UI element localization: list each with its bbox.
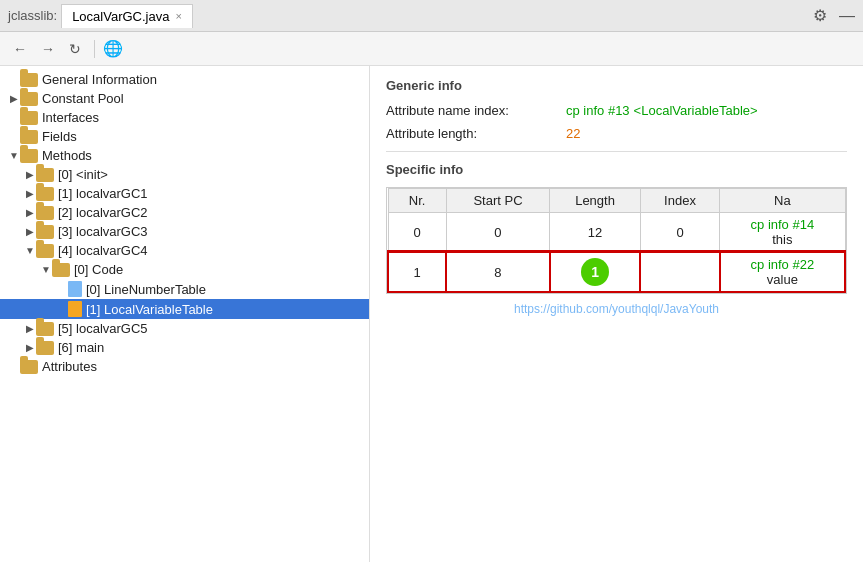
arrow-main: ▶ <box>24 342 36 353</box>
tree-item-general-information[interactable]: General Information <box>0 70 369 89</box>
tree-label-attributes: Attributes <box>42 359 97 374</box>
tree-item-localvarGC2[interactable]: ▶ [2] localvarGC2 <box>0 203 369 222</box>
col-start-pc: Start PC <box>446 189 550 213</box>
attr-name-row: Attribute name index: cp info #13 <Local… <box>386 103 847 118</box>
tree-label-interfaces: Interfaces <box>42 110 99 125</box>
tree-item-init[interactable]: ▶ [0] <init> <box>0 165 369 184</box>
folder-icon-main <box>36 341 54 355</box>
tree-label-localvarGC2: [2] localvarGC2 <box>58 205 148 220</box>
folder-icon-init <box>36 168 54 182</box>
file-icon-linenumbertable <box>68 281 82 297</box>
attr-length-row: Attribute length: 22 <box>386 126 847 141</box>
attr-length-value: 22 <box>566 126 580 141</box>
row0-link[interactable]: cp info #14 this <box>720 213 845 253</box>
tree-item-linenumbertable[interactable]: [0] LineNumberTable <box>0 279 369 299</box>
tree-item-localvarGC1[interactable]: ▶ [1] localvarGC1 <box>0 184 369 203</box>
github-url: https://github.com/youthqlql/JavaYouth <box>386 302 847 316</box>
row1-link[interactable]: cp info #22 value <box>720 252 845 292</box>
tree-label-init: [0] <init> <box>58 167 108 182</box>
table-row-1: 1 8 1 cp info #22 value <box>388 252 845 292</box>
row1-nr: 1 <box>388 252 446 292</box>
arrow-localvarGC3: ▶ <box>24 226 36 237</box>
row1-cp-link[interactable]: cp info #22 <box>751 257 815 272</box>
tree-label-methods: Methods <box>42 148 92 163</box>
arrow-localvarGC1: ▶ <box>24 188 36 199</box>
tree-item-main[interactable]: ▶ [6] main <box>0 338 369 357</box>
attr-length-label: Attribute length: <box>386 126 566 141</box>
forward-button[interactable]: → <box>36 39 60 59</box>
folder-icon-localvarGC4 <box>36 244 54 258</box>
col-nr: Nr. <box>388 189 446 213</box>
arrow-localvarGC2: ▶ <box>24 207 36 218</box>
tree-label-localvarGC1: [1] localvarGC1 <box>58 186 148 201</box>
tree-label-constant-pool: Constant Pool <box>42 91 124 106</box>
title-bar-actions: ⚙ — <box>813 6 855 25</box>
data-table-wrapper: Nr. Start PC Length Index Na 0 0 12 0 <box>386 187 847 294</box>
generic-info-title: Generic info <box>386 78 847 93</box>
app-name: jclasslib: <box>8 8 57 23</box>
tree-item-methods[interactable]: ▼ Methods <box>0 146 369 165</box>
tree-item-code[interactable]: ▼ [0] Code <box>0 260 369 279</box>
title-bar: jclasslib: LocalVarGC.java × ⚙ — <box>0 0 863 32</box>
tree-label-localvariabletable: [1] LocalVariableTable <box>86 302 213 317</box>
folder-icon-attributes <box>20 360 38 374</box>
row0-length: 12 <box>550 213 641 253</box>
arrow-init: ▶ <box>24 169 36 180</box>
tree-item-constant-pool[interactable]: ▶ Constant Pool <box>0 89 369 108</box>
gear-icon[interactable]: ⚙ <box>813 6 827 25</box>
table-row-0: 0 0 12 0 cp info #14 this <box>388 213 845 253</box>
minimize-icon[interactable]: — <box>839 7 855 25</box>
folder-icon-fields <box>20 130 38 144</box>
tree-panel: General Information ▶ Constant Pool Inte… <box>0 66 370 562</box>
col-length: Length <box>550 189 641 213</box>
folder-icon-interfaces <box>20 111 38 125</box>
col-name: Na <box>720 189 845 213</box>
file-icon-localvariabletable <box>68 301 82 317</box>
tree-label-linenumbertable: [0] LineNumberTable <box>86 282 206 297</box>
back-button[interactable]: ← <box>8 39 32 59</box>
tree-label-localvarGC4: [4] localvarGC4 <box>58 243 148 258</box>
row1-index <box>640 252 719 292</box>
tree-item-localvariabletable[interactable]: [1] LocalVariableTable <box>0 299 369 319</box>
file-tab[interactable]: LocalVarGC.java × <box>61 4 193 28</box>
globe-icon: 🌐 <box>103 39 123 58</box>
tab-close-button[interactable]: × <box>175 10 181 22</box>
tree-item-interfaces[interactable]: Interfaces <box>0 108 369 127</box>
attr-name-label: Attribute name index: <box>386 103 566 118</box>
arrow-localvarGC5: ▶ <box>24 323 36 334</box>
tree-item-localvarGC4[interactable]: ▼ [4] localvarGC4 <box>0 241 369 260</box>
green-circle-index: 1 <box>581 258 609 286</box>
tree-item-attributes[interactable]: Attributes <box>0 357 369 376</box>
attr-name-value: <LocalVariableTable> <box>634 103 758 118</box>
row0-cp-link[interactable]: cp info #14 <box>751 217 815 232</box>
folder-icon-localvarGC3 <box>36 225 54 239</box>
refresh-button[interactable]: ↻ <box>64 39 86 59</box>
folder-icon-localvarGC1 <box>36 187 54 201</box>
tree-item-fields[interactable]: Fields <box>0 127 369 146</box>
tree-item-localvarGC5[interactable]: ▶ [5] localvarGC5 <box>0 319 369 338</box>
specific-info-title: Specific info <box>386 162 847 177</box>
folder-icon-localvarGC2 <box>36 206 54 220</box>
tab-filename: LocalVarGC.java <box>72 9 169 24</box>
content-panel: Generic info Attribute name index: cp in… <box>370 66 863 562</box>
row0-index: 0 <box>640 213 719 253</box>
attr-name-link[interactable]: cp info #13 <box>566 103 630 118</box>
tree-label-localvarGC5: [5] localvarGC5 <box>58 321 148 336</box>
row0-nr: 0 <box>388 213 446 253</box>
arrow-localvarGC4: ▼ <box>24 245 36 256</box>
row1-start-pc: 8 <box>446 252 550 292</box>
arrow-methods: ▼ <box>8 150 20 161</box>
nav-bar: ← → ↻ 🌐 <box>0 32 863 66</box>
row0-name: this <box>772 232 792 247</box>
arrow-constant-pool: ▶ <box>8 93 20 104</box>
row1-index-cell: 1 <box>550 252 641 292</box>
tree-label-code: [0] Code <box>74 262 123 277</box>
tree-item-localvarGC3[interactable]: ▶ [3] localvarGC3 <box>0 222 369 241</box>
folder-icon-code <box>52 263 70 277</box>
tree-label-fields: Fields <box>42 129 77 144</box>
tree-label-general-information: General Information <box>42 72 157 87</box>
main-layout: General Information ▶ Constant Pool Inte… <box>0 66 863 562</box>
local-variable-table: Nr. Start PC Length Index Na 0 0 12 0 <box>387 188 846 293</box>
row1-name: value <box>767 272 798 287</box>
nav-divider <box>94 40 95 58</box>
